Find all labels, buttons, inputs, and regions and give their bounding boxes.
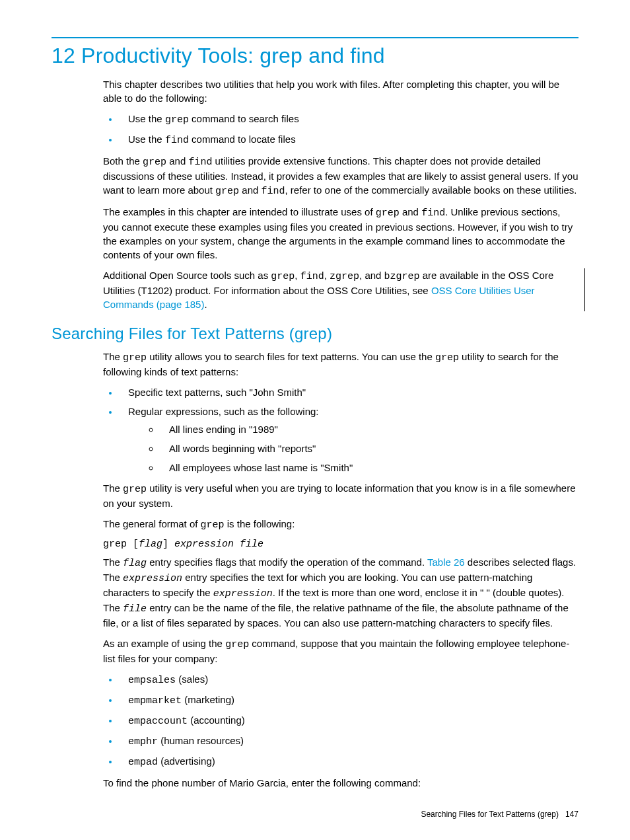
- intro-p2: Both the grep and find utilities provide…: [103, 154, 578, 198]
- list-item: empad (advertising): [119, 754, 578, 769]
- page-footer: Searching Files for Text Patterns (grep)…: [52, 810, 578, 819]
- list-item: All lines ending in "1989": [160, 422, 578, 436]
- list-item: Use the grep command to search files: [119, 112, 578, 127]
- s1-p6: To find the phone number of Mario Garcia…: [103, 776, 578, 790]
- s1-bullet-list2: empsales (sales) empmarket (marketing) e…: [103, 672, 578, 769]
- list-item: All words beginning with "reports": [160, 441, 578, 455]
- list-item: empsales (sales): [119, 672, 578, 687]
- list-item: Use the find command to locate files: [119, 132, 578, 147]
- s1-bullet-list1: Specific text patterns, such "John Smith…: [103, 385, 578, 475]
- page-number: 147: [565, 810, 578, 819]
- top-rule: [52, 37, 578, 38]
- s1-p3: The general format of grep is the follow…: [103, 517, 578, 532]
- section1-block: The grep utility allows you to search fi…: [103, 350, 578, 790]
- section-heading-grep: Searching Files for Text Patterns (grep): [52, 325, 578, 343]
- list-item: empmarket (marketing): [119, 693, 578, 708]
- table-26-link[interactable]: Table 26: [427, 556, 465, 568]
- list-item: Regular expressions, such as the followi…: [119, 404, 578, 475]
- footer-section: Searching Files for Text Patterns (grep): [421, 810, 559, 819]
- s1-p2: The grep utility is very useful when you…: [103, 481, 578, 510]
- list-item: empaccount (accounting): [119, 713, 578, 728]
- document-page: 12 Productivity Tools: grep and find Thi…: [0, 0, 630, 840]
- intro-p4-changebar: Additional Open Source tools such as gre…: [103, 268, 578, 311]
- list-item: Specific text patterns, such "John Smith…: [119, 385, 578, 399]
- intro-block: This chapter describes two utilities tha…: [103, 77, 578, 311]
- grep-syntax: grep [flag] expression file: [103, 539, 578, 550]
- s1-sub-bullets: All lines ending in "1989" All words beg…: [144, 422, 578, 475]
- s1-p4: The flag entry specifies flags that modi…: [103, 555, 578, 630]
- s1-p5: As an example of using the grep command,…: [103, 636, 578, 666]
- list-item: emphr (human resources): [119, 734, 578, 749]
- chapter-title: 12 Productivity Tools: grep and find: [52, 44, 578, 68]
- intro-p1: This chapter describes two utilities tha…: [103, 77, 578, 105]
- list-item: All employees whose last name is "Smith": [160, 461, 578, 475]
- intro-p3: The examples in this chapter are intende…: [103, 205, 578, 262]
- intro-bullet-list: Use the grep command to search files Use…: [103, 112, 578, 147]
- s1-p1: The grep utility allows you to search fi…: [103, 350, 578, 379]
